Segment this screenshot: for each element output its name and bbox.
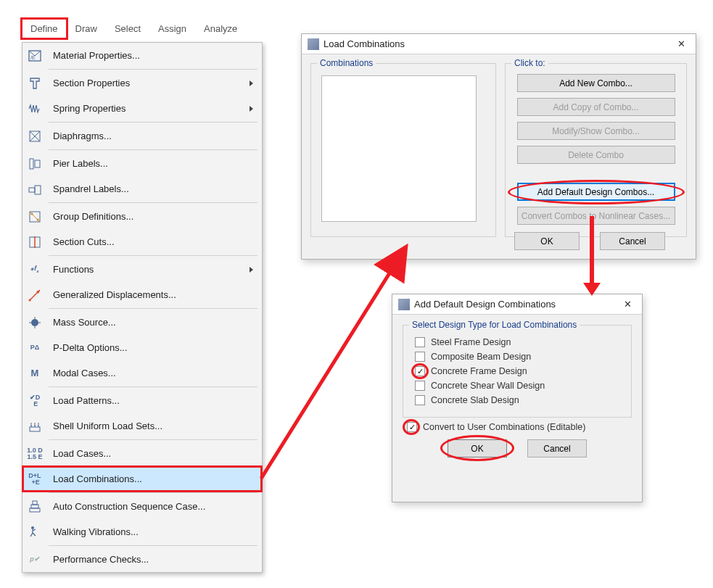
svg-rect-8: [35, 186, 41, 194]
spandrel-icon: [22, 182, 47, 196]
svg-rect-5: [30, 159, 33, 169]
loadcombo-icon: D+L +E: [22, 473, 47, 486]
modify-combo-button[interactable]: Modify/Show Combo...: [517, 122, 675, 140]
combinations-listbox[interactable]: [321, 75, 477, 222]
design-option-label: Concrete Slab Design: [431, 395, 519, 405]
dialog-title: Load Combinations: [323, 38, 672, 49]
combinations-legend: Combinations: [317, 58, 376, 68]
svg-point-16: [29, 299, 31, 301]
ok-button[interactable]: OK: [514, 232, 580, 250]
svg-rect-7: [29, 188, 35, 192]
menu-item-label: Auto Construction Sequence Case...: [47, 501, 253, 512]
svg-point-11: [31, 212, 33, 215]
design-option-row: Concrete Frame Design: [415, 366, 624, 376]
menubar-item-select[interactable]: Select: [106, 19, 149, 38]
menu-item-label: Pier Labels...: [47, 158, 253, 169]
close-button[interactable]: ✕: [672, 37, 690, 51]
svg-rect-23: [30, 427, 40, 431]
add-new-combo-button[interactable]: Add New Combo...: [517, 74, 675, 92]
cut-icon: [22, 235, 47, 249]
annotation-arrow-2: [577, 213, 606, 297]
menu-item-label: Walking Vibrations...: [47, 526, 253, 537]
svg-point-12: [37, 218, 39, 220]
perf-icon: p✔: [22, 556, 47, 563]
mass-icon: [22, 315, 47, 330]
shell-icon: [22, 419, 47, 434]
add-copy-combo-button[interactable]: Add Copy of Combo...: [517, 98, 675, 116]
autocons-icon: [22, 500, 47, 514]
add-default-combos-button[interactable]: Add Default Design Combos...: [517, 183, 675, 201]
convert-to-user-label: Convert to User Combinations (Editable): [423, 422, 585, 432]
cancel-button[interactable]: Cancel: [600, 232, 665, 250]
material-icon: /E: [22, 49, 47, 63]
design-option-row: Concrete Shear Wall Design: [415, 381, 624, 391]
close-button[interactable]: ✕: [619, 297, 636, 312]
menu-item-label: Spandrel Labels...: [47, 183, 253, 194]
loadpattern-icon: ✔D E: [22, 394, 47, 407]
pdelta-icon: PΔ: [22, 344, 47, 351]
design-option-label: Concrete Shear Wall Design: [431, 381, 545, 391]
menu-separator: [49, 545, 257, 546]
svg-rect-32: [33, 501, 37, 505]
section-icon: [22, 76, 47, 91]
svg-rect-30: [30, 508, 40, 512]
menu-item-label: Diaphragms...: [47, 131, 253, 141]
menu-item-label: Performance Checks...: [47, 554, 253, 565]
menu-item-section[interactable]: Section Properties: [22, 70, 262, 96]
svg-point-18: [31, 319, 38, 326]
design-option-row: Composite Beam Design: [415, 352, 624, 362]
loadcase-icon: 1.0 D1.5 E: [22, 447, 47, 460]
menu-item-autocons[interactable]: Auto Construction Sequence Case...: [22, 494, 262, 519]
fx-icon: ⁎fx: [22, 265, 47, 273]
menubar-item-assign[interactable]: Assign: [149, 19, 195, 38]
titlebar: Load Combinations ✕: [302, 34, 696, 54]
modal-icon: M: [22, 368, 47, 378]
menu-separator: [49, 122, 257, 123]
clickto-legend: Click to:: [511, 58, 548, 68]
svg-line-34: [261, 247, 406, 479]
app-icon: [308, 38, 319, 50]
menu-item-label: Spring Properties: [47, 103, 250, 114]
menu-item-diaphragm[interactable]: Diaphragms...: [22, 123, 262, 149]
design-option-label: Composite Beam Design: [431, 352, 531, 362]
menu-item-material[interactable]: /EMaterial Properties...: [22, 43, 262, 68]
svg-text:/E: /E: [30, 55, 36, 60]
menubar-item-analyze[interactable]: Analyze: [195, 19, 246, 38]
svg-rect-31: [31, 505, 38, 508]
menu-separator: [49, 69, 257, 70]
cancel-button[interactable]: Cancel: [527, 439, 587, 457]
design-option-row: Steel Frame Design: [415, 337, 624, 347]
menu-item-pier[interactable]: Pier Labels...: [22, 151, 262, 176]
group-icon: [22, 210, 47, 224]
displace-icon: [22, 288, 47, 302]
svg-rect-6: [35, 160, 40, 167]
menu-separator: [49, 149, 257, 150]
menubar: Define Draw Select Assign Analyze: [22, 19, 246, 38]
diaphragm-icon: [22, 129, 47, 144]
submenu-arrow-icon: [250, 106, 253, 112]
menubar-item-define[interactable]: Define: [22, 19, 67, 38]
ok-button[interactable]: OK: [448, 439, 507, 457]
dialog-title: Add Default Design Combinations: [414, 299, 619, 310]
submenu-arrow-icon: [250, 80, 253, 86]
annotation-arrow-1: [218, 203, 435, 493]
delete-combo-button[interactable]: Delete Combo: [517, 146, 675, 164]
menubar-item-draw[interactable]: Draw: [67, 19, 106, 38]
walk-icon: [22, 525, 47, 539]
design-option-label: Steel Frame Design: [431, 337, 511, 347]
design-option-label: Concrete Frame Design: [431, 366, 527, 376]
menu-item-walk[interactable]: Walking Vibrations...: [22, 519, 262, 544]
menu-item-spandrel[interactable]: Spandrel Labels...: [22, 176, 262, 202]
pier-icon: [22, 157, 47, 171]
menu-item-label: Material Properties...: [47, 50, 253, 61]
menu-item-label: Section Properties: [47, 78, 250, 88]
menu-item-spring[interactable]: Spring Properties: [22, 96, 262, 121]
spring-icon: [22, 102, 47, 116]
svg-point-33: [31, 526, 34, 529]
design-option-row: Concrete Slab Design: [415, 395, 624, 405]
menu-item-perf[interactable]: p✔Performance Checks...: [22, 547, 262, 572]
